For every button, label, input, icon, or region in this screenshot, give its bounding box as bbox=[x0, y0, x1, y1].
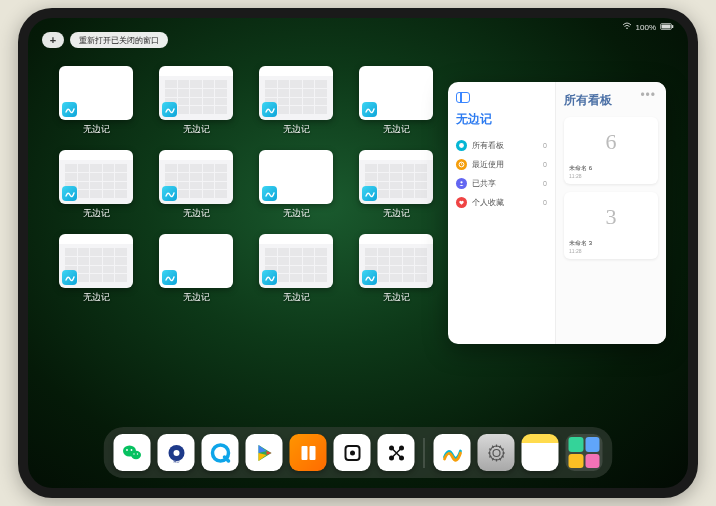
app-window-label: 无边记 bbox=[383, 291, 410, 304]
freeform-app-icon bbox=[362, 102, 377, 117]
battery-text: 100% bbox=[636, 23, 656, 32]
svg-point-6 bbox=[460, 181, 462, 183]
sidebar-item-heart[interactable]: 个人收藏0 bbox=[456, 193, 547, 212]
app-window[interactable]: 无边记 bbox=[156, 150, 236, 220]
freeform-app-icon bbox=[62, 270, 77, 285]
window-thumbnail[interactable] bbox=[359, 234, 433, 288]
sidebar-item-chat[interactable]: 所有看板0 bbox=[456, 136, 547, 155]
nav-count: 0 bbox=[543, 142, 547, 149]
dock-app-notes[interactable] bbox=[522, 434, 559, 471]
clock-icon bbox=[456, 159, 467, 170]
sidebar-item-person[interactable]: 已共享0 bbox=[456, 174, 547, 193]
window-thumbnail[interactable] bbox=[259, 234, 333, 288]
window-thumbnail[interactable] bbox=[159, 234, 233, 288]
svg-rect-3 bbox=[672, 25, 673, 28]
freeform-app-icon bbox=[362, 186, 377, 201]
freeform-app-icon bbox=[162, 186, 177, 201]
window-thumbnail[interactable] bbox=[59, 66, 133, 120]
app-window[interactable]: 无边记 bbox=[56, 66, 136, 136]
dock-app-books[interactable] bbox=[290, 434, 327, 471]
window-thumbnail[interactable] bbox=[59, 150, 133, 204]
freeform-app-icon bbox=[62, 102, 77, 117]
dock-app-wechat[interactable] bbox=[114, 434, 151, 471]
window-thumbnail[interactable] bbox=[159, 66, 233, 120]
board-card[interactable]: 3未命名 311:28 bbox=[564, 192, 658, 259]
app-window[interactable]: 无边记 bbox=[156, 234, 236, 304]
svg-point-12 bbox=[136, 453, 137, 454]
dock-app-settings[interactable] bbox=[478, 434, 515, 471]
heart-icon bbox=[456, 197, 467, 208]
panel-left-title: 无边记 bbox=[456, 111, 547, 128]
app-window[interactable]: 无边记 bbox=[256, 66, 336, 136]
app-window[interactable]: 无边记 bbox=[356, 234, 436, 304]
dock-app-library[interactable] bbox=[566, 434, 603, 471]
svg-point-8 bbox=[131, 450, 141, 458]
dock-app-nodes[interactable] bbox=[378, 434, 415, 471]
person-icon bbox=[456, 178, 467, 189]
dock-app-q-browser[interactable] bbox=[202, 434, 239, 471]
nav-count: 0 bbox=[543, 161, 547, 168]
nav-label: 最近使用 bbox=[472, 159, 504, 170]
board-name: 未命名 3 bbox=[569, 239, 592, 248]
panel-sidebar: 无边记 所有看板0最近使用0已共享0个人收藏0 bbox=[448, 82, 556, 344]
board-preview: 6 bbox=[588, 122, 634, 162]
svg-rect-18 bbox=[309, 446, 315, 460]
freeform-app-icon bbox=[262, 186, 277, 201]
board-time: 11:28 bbox=[569, 248, 582, 254]
window-thumbnail[interactable] bbox=[259, 150, 333, 204]
app-window[interactable]: 无边记 bbox=[256, 234, 336, 304]
window-thumbnail[interactable] bbox=[359, 150, 433, 204]
sidebar-toggle-icon[interactable] bbox=[456, 92, 470, 103]
nav-count: 0 bbox=[543, 180, 547, 187]
dock-app-q-hd[interactable]: HD bbox=[158, 434, 195, 471]
app-window-label: 无边记 bbox=[283, 123, 310, 136]
window-thumbnail[interactable] bbox=[59, 234, 133, 288]
nav-count: 0 bbox=[543, 199, 547, 206]
window-thumbnail[interactable] bbox=[359, 66, 433, 120]
freeform-app-icon bbox=[362, 270, 377, 285]
app-window[interactable]: 无边记 bbox=[256, 150, 336, 220]
window-thumbnail[interactable] bbox=[259, 66, 333, 120]
more-icon[interactable]: ••• bbox=[640, 88, 656, 102]
svg-point-11 bbox=[133, 453, 134, 454]
ipad-frame: 100% + 重新打开已关闭的窗口 无边记无边记无边记无边记无边记无边记无边记无… bbox=[18, 8, 698, 498]
top-controls: + 重新打开已关闭的窗口 bbox=[42, 32, 168, 48]
freeform-app-icon bbox=[62, 186, 77, 201]
app-window[interactable]: 无边记 bbox=[56, 234, 136, 304]
screen: 100% + 重新打开已关闭的窗口 无边记无边记无边记无边记无边记无边记无边记无… bbox=[28, 18, 688, 488]
dock: HD bbox=[104, 427, 613, 478]
new-window-button[interactable]: + bbox=[42, 32, 64, 48]
app-window-label: 无边记 bbox=[183, 291, 210, 304]
freeform-panel[interactable]: ••• 无边记 所有看板0最近使用0已共享0个人收藏0 所有看板 6未命名 61… bbox=[448, 82, 666, 344]
app-window-label: 无边记 bbox=[383, 207, 410, 220]
freeform-app-icon bbox=[262, 270, 277, 285]
status-bar: 100% bbox=[622, 22, 674, 32]
app-window[interactable]: 无边记 bbox=[356, 150, 436, 220]
board-card[interactable]: 6未命名 611:28 bbox=[564, 117, 658, 184]
svg-rect-17 bbox=[301, 446, 307, 460]
reopen-closed-window-button[interactable]: 重新打开已关闭的窗口 bbox=[70, 32, 168, 48]
app-window[interactable]: 无边记 bbox=[356, 66, 436, 136]
board-name: 未命名 6 bbox=[569, 164, 592, 173]
board-time: 11:28 bbox=[569, 173, 582, 179]
app-window[interactable]: 无边记 bbox=[156, 66, 236, 136]
sidebar-item-clock[interactable]: 最近使用0 bbox=[456, 155, 547, 174]
app-window-label: 无边记 bbox=[83, 123, 110, 136]
nav-label: 已共享 bbox=[472, 178, 496, 189]
dock-app-dice[interactable] bbox=[334, 434, 371, 471]
app-window-label: 无边记 bbox=[183, 123, 210, 136]
nav-label: 个人收藏 bbox=[472, 197, 504, 208]
svg-point-14 bbox=[173, 450, 179, 456]
window-thumbnail[interactable] bbox=[159, 150, 233, 204]
app-window[interactable]: 无边记 bbox=[56, 150, 136, 220]
battery-icon bbox=[660, 23, 674, 32]
svg-text:HD: HD bbox=[173, 459, 179, 464]
app-window-label: 无边记 bbox=[283, 291, 310, 304]
app-window-label: 无边记 bbox=[383, 123, 410, 136]
svg-rect-2 bbox=[662, 24, 671, 28]
svg-point-4 bbox=[459, 143, 464, 148]
app-window-label: 无边记 bbox=[283, 207, 310, 220]
app-window-label: 无边记 bbox=[183, 207, 210, 220]
dock-app-freeform[interactable] bbox=[434, 434, 471, 471]
dock-app-play[interactable] bbox=[246, 434, 283, 471]
